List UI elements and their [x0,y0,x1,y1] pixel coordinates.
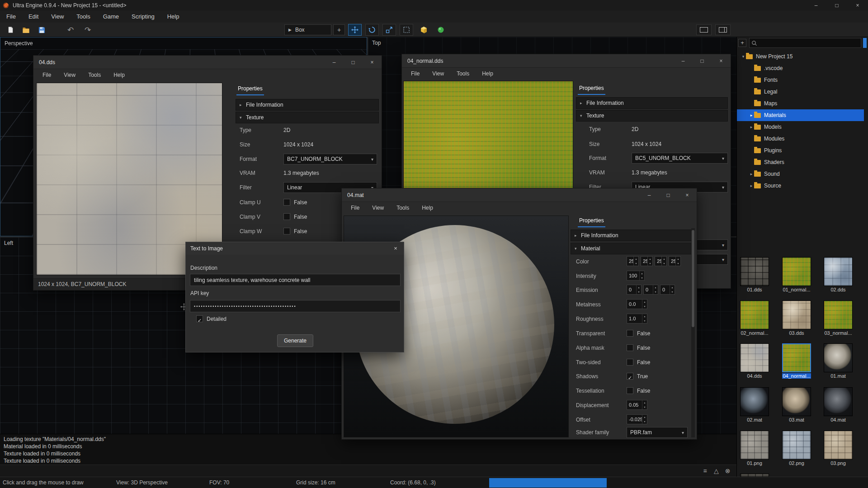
menu-tools[interactable]: Tools [70,11,96,23]
tree-item-maps[interactable]: Maps [737,98,864,109]
tree-item-shaders[interactable]: Shaders [737,156,864,168]
close-icon[interactable]: × [387,242,404,255]
spinner-arrows-icon[interactable] [636,285,641,294]
redo-button[interactable]: ↷ [82,24,94,36]
roughness-spinner[interactable]: 1.0 [627,314,647,324]
two-sided-checkbox[interactable] [627,359,633,366]
close-button[interactable]: × [678,188,697,202]
asset-02png[interactable]: 02.png [782,431,811,466]
description-input[interactable] [190,274,401,286]
maximize-button[interactable]: □ [826,0,847,11]
section-texture[interactable]: ▾ Texture [236,112,379,123]
asset-01normal[interactable]: 01_normal... [782,257,811,292]
asset-03dds[interactable]: 03.dds [782,300,811,336]
clamp-w-checkbox[interactable] [283,228,290,235]
spinner-arrows-icon[interactable] [642,400,647,409]
chevron-right-icon[interactable]: ▸ [749,183,754,188]
spinner-arrows-icon[interactable] [661,257,666,266]
chevron-right-icon[interactable]: ▸ [749,125,754,129]
menu-view[interactable]: View [57,69,82,81]
spinner-arrows-icon[interactable] [675,257,680,266]
menu-game[interactable]: Game [97,11,125,23]
spinner-arrows-icon[interactable] [642,314,647,323]
tree-item-modules[interactable]: Modules [737,133,864,145]
menu-tools[interactable]: Tools [390,202,415,214]
minimize-button[interactable]: – [325,56,344,69]
asset-04mat[interactable]: 04.mat [824,387,853,422]
section-file-information[interactable]: ▸ File Information [576,97,728,109]
asset-01mat[interactable]: 01.mat [824,343,853,379]
color-b-spinner[interactable]: 25 [655,256,667,266]
add-asset-button[interactable]: + [738,39,746,47]
scrollbar-thumb[interactable] [692,230,694,327]
panel-scrollbar-thumb[interactable] [863,38,867,48]
alpha-mask-checkbox[interactable] [627,344,633,351]
spinner-arrows-icon[interactable] [639,271,644,280]
primitive-dropdown[interactable]: ▶ Box [284,24,331,35]
chevron-right-icon[interactable]: ▸ [749,113,754,117]
maximize-button[interactable]: □ [344,56,363,69]
asset-search-box[interactable] [749,38,861,48]
minimize-button[interactable]: – [674,54,693,68]
menu-scripting[interactable]: Scripting [125,11,161,23]
generate-button[interactable]: Generate [277,334,313,347]
asset-04dds[interactable]: 04.dds [740,343,769,379]
shader-family-dropdown[interactable]: PBR.fam [627,427,688,438]
new-file-button[interactable] [5,24,16,36]
menu-view[interactable]: View [366,202,390,214]
emission-r-spinner[interactable]: 0 [627,285,642,295]
displacement-spinner[interactable]: 0.05 [627,400,647,410]
detailed-checkbox[interactable] [196,315,203,322]
add-primitive-button[interactable]: + [333,24,345,35]
window-titlebar[interactable]: 04.dds – □ × [33,56,382,69]
metalness-spinner[interactable]: 0.0 [627,299,647,309]
section-material[interactable]: ▾ Material [571,243,692,254]
menu-help[interactable]: Help [161,11,186,23]
spinner-arrows-icon[interactable] [633,257,638,266]
tree-item-plugins[interactable]: Plugins [737,145,864,156]
chevron-right-icon[interactable]: ▸ [749,172,754,176]
menu-help[interactable]: Help [107,69,131,81]
menu-help[interactable]: Help [415,202,439,214]
intensity-spinner[interactable]: 100 [627,271,645,281]
close-button[interactable]: × [363,56,382,69]
color-a-spinner[interactable]: 25 [669,256,681,266]
asset-03png[interactable]: 03.png [824,431,853,466]
paint-tool-button[interactable] [434,24,448,36]
tab-properties[interactable]: Properties [236,84,264,95]
menu-file[interactable]: File [344,202,366,214]
error-filter-icon[interactable]: ⊗ [723,466,732,476]
minimize-button[interactable]: – [806,0,826,11]
asset-01dds[interactable]: 01.dds [740,257,769,292]
rotate-tool-button[interactable] [365,24,379,36]
window-titlebar[interactable]: 04.mat – □ × [342,188,697,202]
format-dropdown[interactable]: BC5_UNORM_BLOCK [632,153,728,164]
properties-scrollbar[interactable] [691,228,695,437]
maximize-button[interactable]: □ [693,54,712,68]
tree-item-sound[interactable]: ▸Sound [737,168,864,180]
clamp-u-checkbox[interactable] [283,199,290,206]
undo-button[interactable]: ↶ [65,24,76,36]
close-button[interactable]: × [712,54,731,68]
titlebar[interactable]: Ultra Engine 0.9.4 - New Project 15 - <u… [0,0,868,11]
asset-03normal[interactable]: 03_normal... [824,300,853,336]
section-file-information[interactable]: ▸ File Information [236,99,379,111]
close-button[interactable]: × [847,0,868,11]
emission-b-spinner[interactable]: 0 [660,285,675,295]
tree-item-vscode[interactable]: .vscode [737,62,864,74]
spinner-arrows-icon[interactable] [642,300,647,309]
emission-g-spinner[interactable]: 0 [643,285,658,295]
layout-single-button[interactable] [696,24,712,35]
asset-03mat[interactable]: 03.mat [782,387,811,422]
menu-file[interactable]: File [0,11,22,23]
tree-item-materials[interactable]: ▸Materials [737,109,864,121]
open-project-button[interactable] [20,24,32,36]
asset-02normal[interactable]: 02_normal... [740,300,769,336]
section-file-information[interactable]: ▸ File Information [571,230,692,241]
scale-tool-button[interactable] [382,24,396,36]
color-g-spinner[interactable]: 25 [641,256,653,266]
move-tool-button[interactable] [348,24,362,36]
spinner-arrows-icon[interactable] [653,285,658,294]
create-box-button[interactable] [417,24,430,36]
minimize-button[interactable]: – [640,188,659,202]
